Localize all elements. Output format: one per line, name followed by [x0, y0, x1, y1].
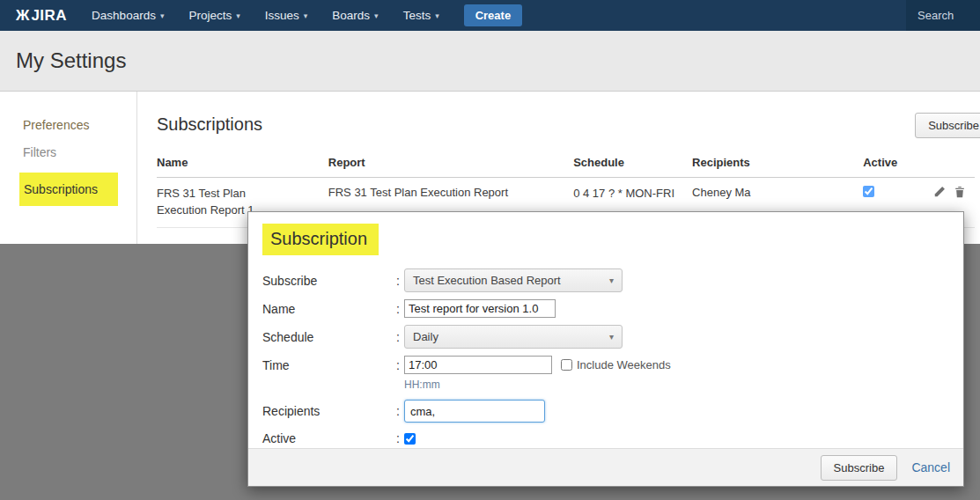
recipients-field-label: Recipients — [262, 404, 396, 418]
label-colon: : — [396, 274, 404, 288]
time-format-hint: HH:mm — [404, 379, 949, 391]
report-type-select[interactable]: Test Execution Based Report ▾ — [404, 268, 623, 292]
field-row-recipients: Recipients : — [262, 400, 949, 423]
include-weekends-option: Include Weekends — [561, 358, 671, 371]
schedule-selected-value: Daily — [413, 330, 438, 343]
chevron-down-icon: ▾ — [609, 276, 614, 285]
nav-issues-label: Issues — [265, 9, 299, 22]
col-header-schedule: Schedule — [573, 152, 692, 178]
nav-dashboards[interactable]: Dashboards ▾ — [92, 9, 164, 22]
row-active-checkbox[interactable] — [863, 186, 874, 197]
subscribe-field-label: Subscribe — [262, 274, 396, 288]
chevron-down-icon: ▾ — [160, 11, 165, 20]
field-row-subscribe: Subscribe : Test Execution Based Report … — [262, 268, 949, 292]
recipients-input[interactable] — [404, 400, 545, 423]
label-colon: : — [396, 431, 404, 445]
label-colon: : — [396, 358, 404, 372]
jira-logo-text: JIRA — [31, 7, 67, 25]
search-input[interactable]: Search — [906, 0, 980, 31]
col-header-recipients: Recipients — [692, 152, 863, 178]
name-field-label: Name — [262, 302, 396, 316]
col-header-active: Active — [863, 152, 933, 178]
dialog-body: Subscribe : Test Execution Based Report … — [248, 263, 963, 445]
search-placeholder: Search — [917, 9, 954, 22]
nav-boards[interactable]: Boards ▾ — [332, 9, 378, 22]
chevron-down-icon: ▾ — [304, 11, 308, 20]
nav-tests-label: Tests — [403, 9, 431, 22]
schedule-field-label: Schedule — [262, 330, 396, 344]
create-button[interactable]: Create — [464, 4, 522, 26]
chevron-down-icon: ▾ — [435, 11, 439, 20]
active-field-label: Active — [262, 431, 396, 445]
nav-projects-label: Projects — [188, 9, 232, 22]
col-header-name: Name — [157, 152, 328, 178]
settings-sidebar: Preferences Filters Subscriptions — [0, 92, 137, 244]
sidebar-item-subscriptions[interactable]: Subscriptions — [19, 173, 118, 206]
nav-boards-label: Boards — [332, 9, 370, 22]
nav-projects[interactable]: Projects ▾ — [188, 9, 239, 22]
chevron-down-icon: ▾ — [236, 11, 240, 20]
dialog-footer: Subscribe Cancel — [248, 448, 963, 486]
sidebar-item-filters[interactable]: Filters — [23, 145, 136, 159]
modal-subscribe-button[interactable]: Subscribe — [821, 455, 898, 481]
dialog-title: Subscription — [262, 224, 379, 255]
col-header-report: Report — [328, 152, 573, 178]
trash-icon[interactable] — [954, 186, 966, 198]
field-row-time: Time : Include Weekends — [262, 356, 949, 374]
page-title: My Settings — [16, 48, 126, 73]
sidebar-item-preferences[interactable]: Preferences — [23, 118, 136, 132]
schedule-cron: 0 4 17 ? * MON-FRI — [573, 186, 677, 202]
jira-logo-icon: Ж — [16, 7, 29, 25]
time-input[interactable] — [404, 356, 552, 374]
include-weekends-label: Include Weekends — [577, 358, 671, 371]
dialog-header: Subscription — [248, 212, 963, 263]
subscribe-button[interactable]: Subscribe — [915, 113, 980, 138]
label-colon: : — [396, 404, 404, 418]
active-checkbox[interactable] — [404, 433, 416, 445]
report-type-selected-value: Test Execution Based Report — [413, 274, 561, 287]
schedule-select[interactable]: Daily ▾ — [404, 325, 623, 349]
time-field-label: Time — [262, 358, 396, 372]
subscriptions-heading: Subscriptions — [157, 114, 980, 135]
field-row-name: Name : — [262, 299, 949, 318]
chevron-down-icon: ▾ — [609, 332, 614, 342]
subscription-dialog: Subscription Subscribe : Test Execution … — [247, 211, 964, 487]
screen: Ж JIRA Dashboards ▾ Projects ▾ Issues ▾ … — [0, 0, 980, 500]
top-navbar: Ж JIRA Dashboards ▾ Projects ▾ Issues ▾ … — [0, 0, 980, 31]
chevron-down-icon: ▾ — [374, 11, 379, 20]
main-menu: Dashboards ▾ Projects ▾ Issues ▾ Boards … — [92, 9, 439, 22]
field-row-active: Active : — [262, 431, 949, 445]
nav-tests[interactable]: Tests ▾ — [403, 9, 439, 22]
name-input[interactable] — [404, 299, 556, 318]
field-row-schedule: Schedule : Daily ▾ — [262, 325, 949, 349]
modal-cancel-link[interactable]: Cancel — [911, 460, 950, 474]
label-colon: : — [396, 302, 404, 316]
label-colon: : — [396, 330, 404, 344]
edit-icon[interactable] — [933, 186, 946, 198]
jira-logo[interactable]: Ж JIRA — [16, 7, 67, 25]
page-header: My Settings — [0, 31, 980, 92]
col-header-actions — [933, 152, 975, 178]
include-weekends-checkbox[interactable] — [561, 359, 572, 371]
nav-dashboards-label: Dashboards — [92, 9, 156, 22]
table-header-row: Name Report Schedule Recipients Active — [157, 152, 975, 178]
nav-issues[interactable]: Issues ▾ — [265, 9, 308, 22]
